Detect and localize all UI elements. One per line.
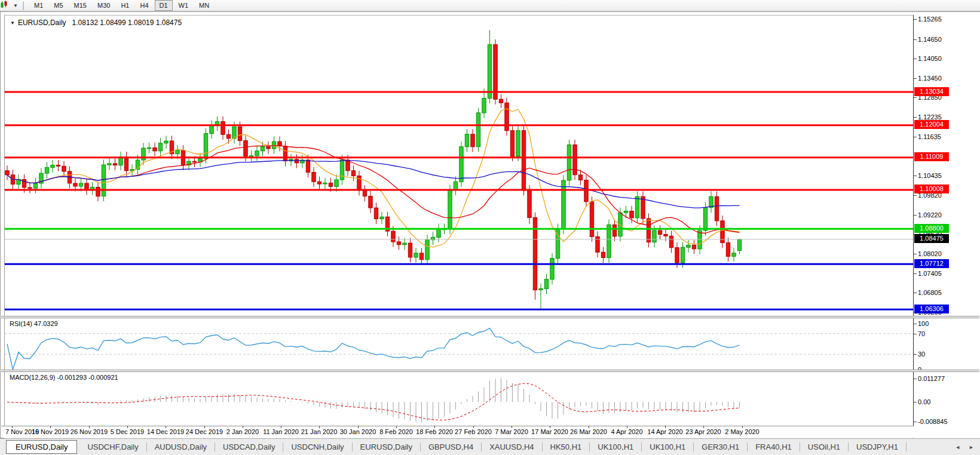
tab-ger30-h1[interactable]: GER30,H1 bbox=[694, 440, 747, 454]
price-axis-tick: 1.15265 bbox=[918, 15, 942, 23]
rsi-axis-label: 30 bbox=[918, 350, 925, 358]
tab-eurusd-daily[interactable]: EURUSD,Daily bbox=[353, 440, 420, 454]
macd-axis-label: -0.008845 bbox=[918, 417, 948, 426]
price-axis-tick: 1.08020 bbox=[918, 250, 942, 258]
date-axis-label: 11 Jan 2020 bbox=[263, 428, 299, 435]
tabs-scroll-right-icon[interactable]: ► bbox=[969, 444, 974, 450]
pane-separator[interactable] bbox=[1, 316, 979, 318]
price-axis-tick: 1.13450 bbox=[918, 74, 942, 82]
chart-type-dropdown-caret-icon[interactable]: ▼ bbox=[12, 3, 19, 8]
tab-separator bbox=[906, 442, 906, 451]
macd-axis-label: 0.00 bbox=[918, 398, 930, 406]
tab-scroll-arrows: ◄ ► bbox=[955, 439, 974, 455]
timeframe-button-mn[interactable]: MN bbox=[194, 0, 214, 11]
chart-window: ▼EURUSD,Daily1.08132 1.08499 1.08019 1.0… bbox=[0, 11, 980, 438]
chart-cursor-icon[interactable] bbox=[0, 1, 12, 11]
rsi-label: RSI(14) 47.0329 bbox=[10, 320, 58, 327]
price-level-badge: 1.07712 bbox=[914, 259, 949, 268]
date-axis-label: 8 Feb 2020 bbox=[379, 428, 413, 435]
date-axis[interactable]: 7 Nov 201916 Nov 201926 Nov 20195 Dec 20… bbox=[4, 426, 913, 438]
date-axis-label: 14 Dec 2019 bbox=[147, 428, 184, 435]
price-level-badge: 1.08800 bbox=[914, 224, 949, 233]
date-axis-label: 18 Feb 2020 bbox=[416, 428, 453, 435]
price-level-badge: 1.11009 bbox=[914, 152, 949, 161]
date-axis-label: 7 Mar 2020 bbox=[495, 428, 528, 435]
price-axis-tick: 1.07405 bbox=[918, 269, 942, 278]
timeframe-button-m30[interactable]: M30 bbox=[93, 0, 115, 11]
tab-hk50-h1[interactable]: HK50,H1 bbox=[543, 440, 590, 454]
pane-separator[interactable] bbox=[1, 370, 979, 372]
tab-audusd-daily[interactable]: AUDUSD,Daily bbox=[147, 440, 215, 454]
timeframe-button-m5[interactable]: M5 bbox=[49, 0, 68, 11]
price-level-badge: 1.12004 bbox=[914, 120, 949, 129]
tab-gbpusd-h4[interactable]: GBPUSD,H4 bbox=[421, 440, 481, 454]
date-axis-label: 26 Mar 2020 bbox=[570, 428, 607, 435]
price-pane[interactable]: ▼EURUSD,Daily1.08132 1.08499 1.08019 1.0… bbox=[4, 15, 913, 316]
chart-title: ▼EURUSD,Daily1.08132 1.08499 1.08019 1.0… bbox=[10, 19, 182, 27]
tab-usdchf-daily[interactable]: USDCHF,Daily bbox=[79, 440, 146, 454]
timeframe-button-h4[interactable]: H4 bbox=[135, 0, 153, 11]
date-axis-label: 5 Dec 2019 bbox=[111, 428, 144, 435]
price-axis-tick: 1.14050 bbox=[918, 54, 942, 63]
tab-usdcnh-daily[interactable]: USDCNH,Daily bbox=[283, 440, 351, 454]
price-level-badge: 1.10008 bbox=[914, 185, 949, 193]
macd-pane[interactable]: MACD(12,26,9) -0.001293 -0.000921 bbox=[4, 372, 913, 426]
tab-usoil-h1[interactable]: USOil,H1 bbox=[800, 440, 848, 454]
price-axis-tick: 1.06805 bbox=[918, 288, 942, 297]
rsi-chart-canvas[interactable] bbox=[5, 318, 913, 370]
price-axis-separator bbox=[913, 15, 914, 426]
top-toolbar: ▼ M1M5M15M30H1H4D1W1MN bbox=[0, 0, 980, 11]
macd-chart-canvas[interactable] bbox=[5, 372, 913, 426]
date-axis-label: 30 Jan 2020 bbox=[340, 428, 376, 435]
timeframe-button-d1[interactable]: D1 bbox=[155, 0, 173, 11]
date-axis-label: 23 Apr 2020 bbox=[685, 428, 721, 435]
timeframe-buttons: M1M5M15M30H1H4D1W1MN bbox=[29, 0, 215, 11]
price-axis[interactable]: 1.130341.120041.110091.100081.088001.084… bbox=[914, 12, 980, 438]
price-level-badge: 1.13034 bbox=[914, 87, 949, 96]
price-axis-tick: 1.09220 bbox=[918, 211, 942, 219]
tab-usdjpy-h1[interactable]: USDJPY,H1 bbox=[849, 440, 906, 454]
price-axis-tick: 1.14650 bbox=[918, 35, 942, 44]
price-axis-tick: 1.11635 bbox=[918, 133, 941, 141]
tab-uk100-h1[interactable]: UK100,H1 bbox=[642, 440, 693, 454]
date-axis-label: 4 Apr 2020 bbox=[611, 428, 642, 435]
rsi-pane[interactable]: RSI(14) 47.0329 bbox=[4, 318, 913, 370]
tab-xauusd-h4[interactable]: XAUUSD,H4 bbox=[482, 440, 541, 454]
timeframe-button-m1[interactable]: M1 bbox=[29, 0, 48, 11]
price-level-badge: 1.08475 bbox=[914, 234, 949, 243]
tabs-scroll-left-icon[interactable]: ◄ bbox=[955, 444, 960, 450]
date-axis-label: 24 Dec 2019 bbox=[186, 428, 223, 435]
price-chart-canvas[interactable] bbox=[5, 16, 913, 316]
timeframe-button-m15[interactable]: M15 bbox=[69, 0, 91, 11]
price-axis-tick: 1.10435 bbox=[918, 171, 942, 180]
tab-uk100-h1[interactable]: UK100,H1 bbox=[590, 440, 641, 454]
toolbar-grip bbox=[23, 2, 24, 10]
date-axis-label: 2 Jan 2020 bbox=[226, 428, 259, 435]
tab-fra40-h1[interactable]: FRA40,H1 bbox=[748, 440, 800, 454]
chart-title-symbol: EURUSD,Daily bbox=[18, 19, 66, 27]
date-axis-label: 27 Feb 2020 bbox=[455, 428, 492, 435]
date-axis-label: 16 Nov 2019 bbox=[32, 428, 69, 435]
chart-title-ohlc: 1.08132 1.08499 1.08019 1.08475 bbox=[72, 19, 182, 27]
date-axis-label: 17 Mar 2020 bbox=[531, 428, 568, 435]
timeframe-button-h1[interactable]: H1 bbox=[116, 0, 134, 11]
date-axis-label: 2 May 2020 bbox=[725, 428, 759, 435]
timeframe-button-w1[interactable]: W1 bbox=[174, 0, 194, 11]
tab-usdcad-daily[interactable]: USDCAD,Daily bbox=[215, 440, 283, 454]
macd-axis-label: 0.011277 bbox=[918, 374, 945, 383]
date-axis-label: 14 Apr 2020 bbox=[647, 428, 682, 435]
price-level-badge: 1.06306 bbox=[914, 305, 949, 313]
date-axis-label: 21 Jan 2020 bbox=[301, 428, 338, 435]
tab-eurusd-daily[interactable]: EURUSD,Daily bbox=[6, 440, 77, 454]
symbol-dropdown-icon[interactable]: ▼ bbox=[10, 20, 15, 26]
chart-cursor-icon-glyph bbox=[0, 0, 10, 8]
date-axis-label: 26 Nov 2019 bbox=[71, 428, 108, 435]
chart-tabs: EURUSD,DailyUSDCHF,DailyAUDUSD,DailyUSDC… bbox=[6, 439, 906, 455]
chart-tab-bar: EURUSD,DailyUSDCHF,DailyAUDUSD,DailyUSDC… bbox=[0, 438, 980, 455]
rsi-axis-label: 100 bbox=[918, 319, 929, 328]
rsi-axis-label: 70 bbox=[918, 330, 925, 338]
macd-label: MACD(12,26,9) -0.001293 -0.000921 bbox=[10, 374, 118, 381]
